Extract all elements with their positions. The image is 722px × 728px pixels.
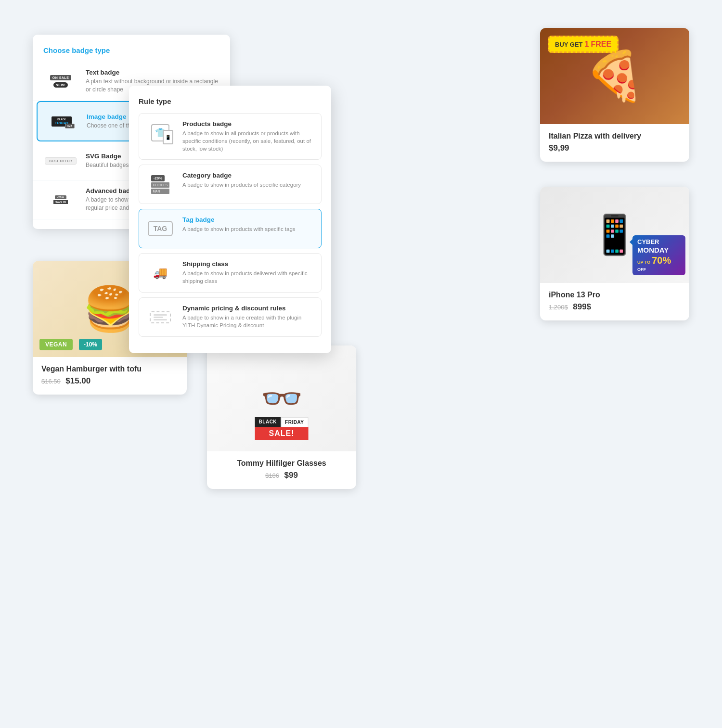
cyber-badge-arrow [630, 238, 633, 246]
svg-badge-icon: BEST OFFER [43, 148, 78, 173]
phone-emoji: 📱 [591, 212, 639, 257]
rule-type-panel: Rule type 👕 📱 Products badge A badge to … [129, 86, 331, 353]
black-text: BLACK [255, 417, 281, 427]
dynamic-rule-icon [146, 305, 175, 330]
glasses-product-name: Tommy Hilfilger Glasses [216, 459, 348, 468]
glasses-card-body: Tommy Hilfilger Glasses $186 $99 [207, 451, 356, 489]
rule-option-category-content: Category badge A badge to show in produc… [182, 172, 301, 189]
category-rule-icon: -20% CLOTHES MAN [146, 172, 175, 197]
iphone-card-body: iPhone 13 Pro 1.200$ 899$ [540, 283, 689, 320]
rule-option-shipping-content: Shipping class A badge to show in produc… [182, 260, 314, 285]
rule-option-products-content: Products badge A badge to show in all pr… [182, 120, 314, 153]
rule-option-category[interactable]: -20% CLOTHES MAN Category badge A badge … [139, 165, 322, 204]
tag-rule-icon: TAG [146, 216, 175, 241]
glasses-product-card: 👓 BLACK FRIDAY SALE! Tommy Hilfilger Gla… [207, 345, 356, 489]
glasses-product-price: $99 [284, 471, 298, 480]
buy-get-free-badge: BUY GET 1 FREE [548, 36, 619, 53]
burger-pricing: $16.50 $15.00 [41, 376, 178, 386]
shipping-rule-icon: 🚚 [146, 260, 175, 285]
rule-option-shipping[interactable]: 🚚 Shipping class A badge to show in prod… [139, 253, 322, 293]
iphone-product-price: 899$ [573, 302, 591, 311]
iphone-card-image: 📱 CYBER MONDAY UP TO 70% OFF [540, 187, 689, 283]
rule-type-title: Rule type [139, 97, 322, 105]
rule-option-tag[interactable]: TAG Tag badge A badge to show in product… [139, 209, 322, 248]
iphone-old-price: 1.200$ [549, 304, 568, 311]
glasses-emoji: 👓 [261, 379, 303, 418]
rule-option-dynamic-content: Dynamic pricing & discount rules A badge… [182, 305, 314, 329]
badge-type-title: Choose badge type [33, 46, 230, 62]
pizza-emoji: 🍕 [585, 48, 645, 104]
discount-badge: -10% [79, 339, 102, 350]
rule-option-products[interactable]: 👕 📱 Products badge A badge to show in al… [139, 113, 322, 160]
text-badge-icon: ON SALE NEW! [43, 69, 78, 94]
glasses-pricing: $186 $99 [216, 471, 348, 480]
cyber-monday-badge: CYBER MONDAY UP TO 70% OFF [632, 235, 685, 275]
advanced-badge-icon: -20% SAVE 95 [43, 187, 78, 212]
iphone-product-card: 📱 CYBER MONDAY UP TO 70% OFF iPhone 13 P… [540, 187, 689, 320]
burger-product-price: $15.00 [65, 376, 90, 385]
pizza-product-price: $9,99 [549, 143, 681, 153]
burger-card-body: Vegan Hamburger with tofu $16.50 $15.00 [33, 357, 187, 395]
pizza-product-name: Italian Pizza with delivery [549, 132, 681, 140]
friday-text: FRIDAY [281, 417, 308, 427]
pizza-card-body: Italian Pizza with delivery $9,99 [540, 124, 689, 162]
black-friday-top: BLACK FRIDAY [255, 417, 309, 427]
vegan-badge: VEGAN [39, 339, 73, 350]
glasses-card-image: 👓 BLACK FRIDAY SALE! [207, 345, 356, 451]
glasses-old-price: $186 [265, 472, 279, 479]
iphone-product-name: iPhone 13 Pro [549, 291, 681, 299]
iphone-pricing: 1.200$ 899$ [549, 302, 681, 312]
burger-product-name: Vegan Hamburger with tofu [41, 365, 178, 373]
products-rule-icon: 👕 📱 [146, 120, 175, 145]
sale-text: SALE! [255, 427, 309, 440]
pizza-product-card: 🍕 BUY GET 1 FREE Italian Pizza with deli… [540, 28, 689, 162]
rule-option-tag-content: Tag badge A badge to show in products wi… [182, 216, 296, 233]
rule-option-dynamic[interactable]: Dynamic pricing & discount rules A badge… [139, 297, 322, 337]
pizza-card-image: 🍕 BUY GET 1 FREE [540, 28, 689, 124]
burger-old-price: $16.50 [41, 378, 61, 385]
image-badge-icon: BLACK FRIDAY 3x2 [44, 109, 79, 134]
black-friday-badge: BLACK FRIDAY SALE! [255, 417, 309, 440]
